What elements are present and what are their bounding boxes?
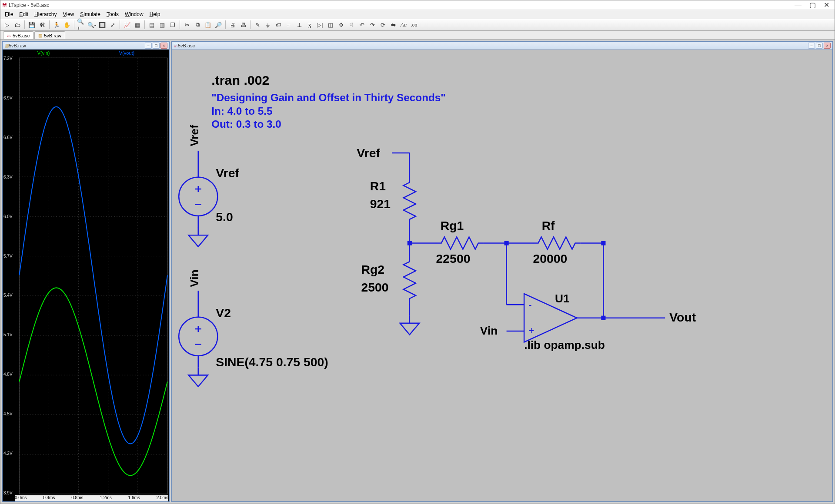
- menu-edit[interactable]: Edit: [17, 10, 31, 18]
- menu-hierarchy[interactable]: Hierarchy: [32, 10, 59, 18]
- window-title: LTspice - 5vB.asc: [9, 2, 49, 8]
- plot-titlebar[interactable]: ▧ 5vB.raw – □ ×: [3, 42, 169, 50]
- schematic-close-button[interactable]: ×: [824, 43, 831, 49]
- menu-file[interactable]: File: [2, 10, 16, 18]
- tb-redo[interactable]: ↷: [367, 20, 377, 30]
- tb-setup[interactable]: 🖶: [238, 20, 248, 30]
- tab-label: 5vB.asc: [13, 33, 30, 38]
- plot-title: 5vB.raw: [9, 43, 26, 48]
- tb-run2[interactable]: 🏃: [52, 20, 61, 30]
- tb-mirror[interactable]: ⇋: [388, 20, 398, 30]
- schematic-icon: 𝌣: [174, 43, 178, 48]
- toolbar-sep: [24, 20, 25, 29]
- plot-window: ▧ 5vB.raw – □ × V(vin) V(vout) 7.2V6.9V6…: [2, 41, 170, 502]
- tb-zoom-fit[interactable]: ⤢: [108, 20, 117, 30]
- xtick: 0.8ms: [71, 495, 83, 501]
- tb-paste[interactable]: 📋: [203, 20, 213, 30]
- tb-tile-h[interactable]: ▤: [147, 20, 157, 30]
- tb-zoom-in[interactable]: 🔍+: [77, 20, 86, 30]
- maximize-button[interactable]: ▢: [809, 1, 816, 9]
- tb-rotate[interactable]: ⟳: [378, 20, 387, 30]
- schematic-titlebar[interactable]: 𝌣 5vB.asc – □ ×: [172, 42, 832, 50]
- xtick: 1.6ms: [128, 495, 140, 501]
- tb-draw-wire[interactable]: ✎: [253, 20, 262, 30]
- tb-diode[interactable]: ▷|: [315, 20, 325, 30]
- plot-close-button[interactable]: ×: [160, 43, 167, 49]
- tb-cut[interactable]: ✂: [182, 20, 192, 30]
- svg-text:Rf: Rf: [542, 219, 555, 232]
- tab-5vB-asc[interactable]: 𝌣5vB.asc: [3, 31, 33, 39]
- svg-text:.lib opamp.sub: .lib opamp.sub: [524, 338, 605, 351]
- tab-label: 5vB.raw: [44, 33, 61, 38]
- tb-control-panel[interactable]: 🛠: [37, 20, 47, 30]
- tb-zoom-out[interactable]: 🔍-: [87, 20, 97, 30]
- tb-copy[interactable]: ⧉: [193, 20, 202, 30]
- schematic-title: 5vB.asc: [178, 43, 195, 48]
- tb-print[interactable]: 🖨: [228, 20, 237, 30]
- raw-icon: ▧: [38, 33, 42, 38]
- xtick: 0.4ms: [43, 495, 55, 501]
- tb-move[interactable]: ✥: [336, 20, 346, 30]
- tb-toggle-grid[interactable]: ▦: [133, 20, 142, 30]
- tb-text-Aa[interactable]: Aa: [399, 20, 408, 30]
- svg-text:Rg2: Rg2: [361, 262, 384, 276]
- tb-open[interactable]: 🗁: [13, 20, 22, 30]
- menu-window[interactable]: Window: [122, 10, 146, 18]
- close-button[interactable]: ✕: [824, 1, 829, 9]
- svg-text:Vref: Vref: [216, 166, 239, 180]
- svg-text:+: +: [528, 325, 534, 336]
- menu-view[interactable]: View: [60, 10, 77, 18]
- svg-text:Vref: Vref: [357, 146, 380, 160]
- toolbar-sep: [180, 20, 180, 29]
- xtick: 0.0ms: [15, 495, 27, 501]
- menu-tools[interactable]: Tools: [104, 10, 121, 18]
- tb-spice-op[interactable]: .op: [409, 20, 419, 30]
- schematic-canvas[interactable]: .tran .002"Designing Gain and Offset in …: [172, 50, 832, 501]
- tb-tile-v[interactable]: ▥: [157, 20, 167, 30]
- tb-inductor[interactable]: ʒ: [305, 20, 314, 30]
- app-icon: 𝌣: [2, 2, 7, 8]
- tb-undo[interactable]: ↶: [357, 20, 367, 30]
- tb-component[interactable]: ◫: [326, 20, 335, 30]
- app-window: 𝌣 LTspice - 5vB.asc — ▢ ✕ FileEditHierar…: [0, 0, 835, 504]
- plot-area[interactable]: 7.2V6.9V6.6V6.3V6.0V5.7V5.4V5.1V4.8V4.5V…: [3, 56, 169, 501]
- tb-halt[interactable]: ✋: [62, 20, 72, 30]
- asc-icon: 𝌣: [7, 33, 11, 38]
- tb-autorange[interactable]: 📈: [122, 20, 132, 30]
- titlebar[interactable]: 𝌣 LTspice - 5vB.asc — ▢ ✕: [0, 0, 835, 10]
- doc-tabs: 𝌣5vB.asc▧5vB.raw: [0, 31, 835, 40]
- plot-minimize-button[interactable]: –: [145, 43, 152, 49]
- tb-label[interactable]: 🏷: [274, 20, 283, 30]
- xtick: 1.2ms: [100, 495, 111, 501]
- toolbar: ▷🗁💾🛠🏃✋🔍+🔍-🔲⤢📈▦▤▥❐✂⧉📋🔎🖨🖶✎⏚🏷⎓⊥ʒ▷|◫✥☟↶↷⟳⇋Aa…: [0, 19, 835, 31]
- tb-capacitor[interactable]: ⊥: [294, 20, 304, 30]
- tb-zoom-box[interactable]: 🔲: [97, 20, 107, 30]
- tb-resistor[interactable]: ⎓: [284, 20, 294, 30]
- menu-simulate[interactable]: Simulate: [77, 10, 103, 18]
- toolbar-sep: [144, 20, 145, 29]
- tb-find[interactable]: 🔎: [214, 20, 223, 30]
- tb-save[interactable]: 💾: [27, 20, 37, 30]
- trace-vout-label[interactable]: V(vout): [119, 50, 134, 56]
- svg-text:20000: 20000: [533, 252, 567, 265]
- trace-vin-label[interactable]: V(vin): [37, 50, 50, 56]
- svg-text:Vin: Vin: [480, 324, 498, 337]
- menu-help[interactable]: Help: [147, 10, 163, 18]
- schematic-minimize-button[interactable]: –: [808, 43, 815, 49]
- tb-run[interactable]: ▷: [2, 20, 12, 30]
- svg-text:Vref: Vref: [188, 125, 201, 146]
- plot-maximize-button[interactable]: □: [153, 43, 160, 49]
- svg-text:.tran .002: .tran .002: [211, 73, 269, 87]
- schematic-window: 𝌣 5vB.asc – □ × .tran .002"Designing Gai…: [171, 41, 833, 502]
- toolbar-sep: [120, 20, 120, 29]
- tb-cascade[interactable]: ❐: [168, 20, 177, 30]
- plot-legend: V(vin) V(vout): [3, 50, 169, 56]
- tb-drag[interactable]: ☟: [347, 20, 356, 30]
- tb-ground[interactable]: ⏚: [263, 20, 273, 30]
- tab-5vB-raw[interactable]: ▧5vB.raw: [34, 31, 65, 39]
- toolbar-sep: [250, 20, 250, 29]
- svg-text:U1: U1: [555, 292, 570, 305]
- minimize-button[interactable]: —: [795, 1, 802, 9]
- schematic-maximize-button[interactable]: □: [816, 43, 823, 49]
- svg-text:SINE(4.75 0.75 500): SINE(4.75 0.75 500): [216, 355, 328, 369]
